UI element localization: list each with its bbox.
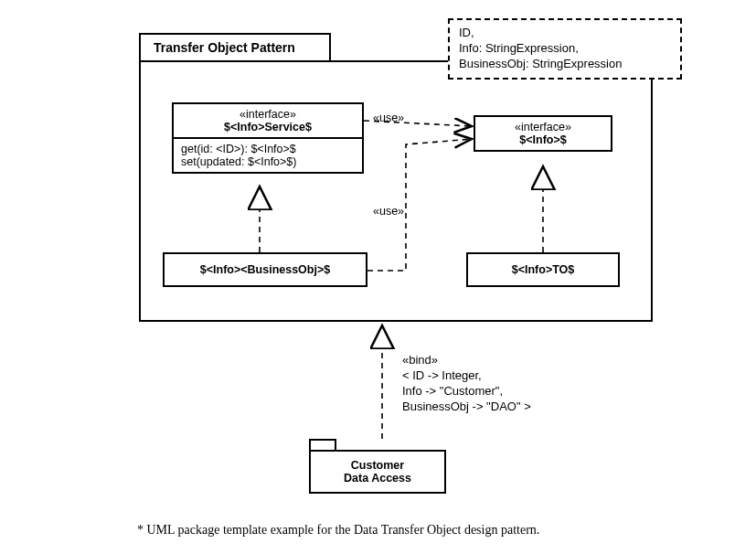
business-obj-name: $<Info><BusinessObj>$ (200, 263, 330, 276)
business-obj-class: $<Info><BusinessObj>$ (163, 252, 367, 287)
info-to-class: $<Info>TO$ (466, 252, 620, 287)
param-businessobj: BusinessObj: StringExpression (459, 57, 671, 72)
use-label-1: «use» (371, 112, 406, 124)
param-info: Info: StringExpression, (459, 41, 671, 57)
template-parameters-box: ID, Info: StringExpression, BusinessObj:… (448, 18, 682, 80)
service-name: $<Info>Service$ (181, 121, 355, 133)
customer-package: Customer Data Access (309, 450, 446, 494)
info-service-interface: «interface» $<Info>Service$ get(id: <ID>… (172, 102, 364, 174)
package-title-label: Transfer Object Pattern (154, 40, 295, 55)
figure-caption: * UML package template example for the D… (137, 523, 539, 538)
info-interface: «interface» $<Info>$ (474, 115, 612, 152)
bind-line1: < ID -> Integer, (402, 368, 531, 384)
bind-label-block: «bind» < ID -> Integer, Info -> "Custome… (402, 353, 531, 415)
bind-stereotype: «bind» (402, 353, 531, 368)
service-op-set: set(updated: $<Info>$) (181, 155, 355, 168)
info-name: $<Info>$ (483, 133, 603, 146)
bind-line2: Info -> "Customer", (402, 384, 531, 400)
param-id: ID, (459, 26, 671, 41)
info-to-name: $<Info>TO$ (512, 263, 575, 276)
customer-line1: Customer (316, 459, 439, 472)
use-label-2: «use» (371, 205, 406, 218)
package-title-tab: Transfer Object Pattern (139, 33, 331, 62)
bind-line3: BusinessObj -> "DAO" > (402, 400, 531, 415)
customer-line2: Data Access (316, 472, 439, 485)
info-stereotype: «interface» (483, 121, 603, 133)
service-op-get: get(id: <ID>): $<Info>$ (181, 143, 355, 155)
service-stereotype: «interface» (181, 108, 355, 121)
